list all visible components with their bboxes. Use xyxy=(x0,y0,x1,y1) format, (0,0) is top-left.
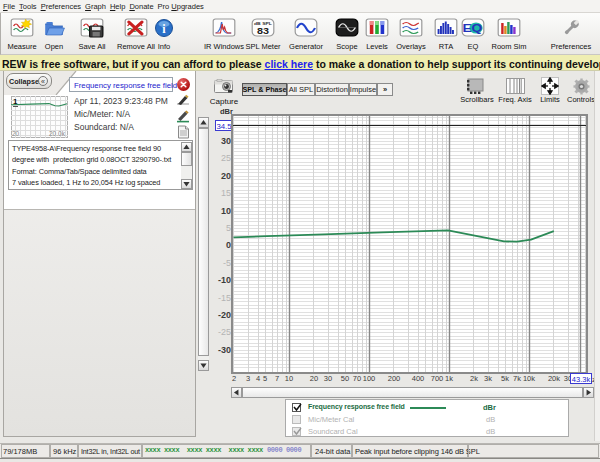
svg-text:1: 1 xyxy=(13,97,18,106)
svg-text:20.0k: 20.0k xyxy=(49,130,66,137)
svg-text:EQ: EQ xyxy=(462,22,482,35)
svg-text:83: 83 xyxy=(257,26,270,36)
svg-text:20: 20 xyxy=(12,130,20,137)
